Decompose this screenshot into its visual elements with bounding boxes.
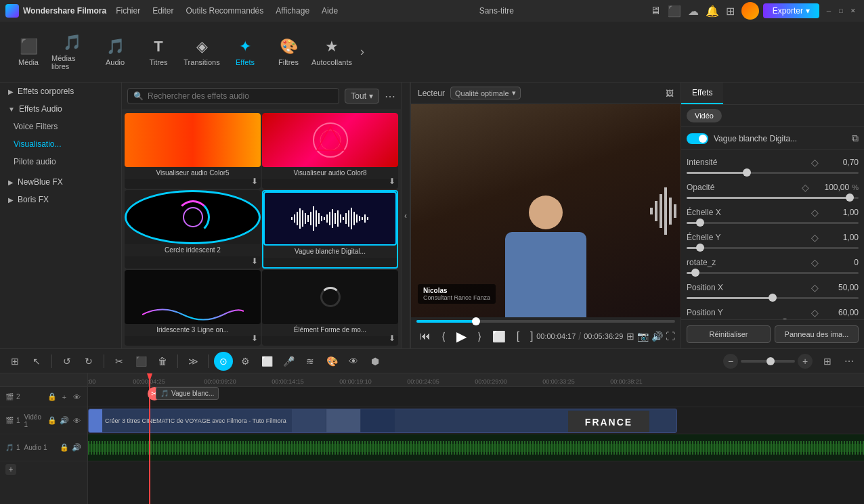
maximize-button[interactable]: □ xyxy=(836,5,846,16)
effect-item-iridescent[interactable]: ⬇ Iridescente 3 Ligne on... xyxy=(125,270,261,346)
motion-track-button[interactable]: 👁 xyxy=(344,352,363,371)
add-media-button[interactable]: ⊞ xyxy=(5,352,24,371)
delete-button[interactable]: 🗑 xyxy=(153,352,172,371)
crop-button[interactable]: ⬜ xyxy=(490,329,509,344)
toolbar-transitions[interactable]: ◈ Transitions xyxy=(181,28,222,76)
echelle-x-thumb[interactable] xyxy=(696,219,704,227)
echelle-y-keyframe-button[interactable]: ◇ xyxy=(811,232,822,243)
track1-eye-button[interactable]: 👁 xyxy=(71,415,82,426)
minimize-button[interactable]: ─ xyxy=(823,5,834,16)
progress-thumb[interactable] xyxy=(472,317,480,325)
toolbar-more-button[interactable]: › xyxy=(355,39,370,64)
ai-button[interactable]: ⬢ xyxy=(366,352,385,371)
add-track-button[interactable]: + xyxy=(5,464,16,475)
subtab-video[interactable]: Vidéo xyxy=(687,109,722,122)
volume-icon[interactable]: 🔊 xyxy=(651,331,663,342)
reinitialiser-button[interactable]: Réinitialiser xyxy=(687,325,771,343)
toolbar-media[interactable]: ⬛ Média xyxy=(8,28,49,76)
split-button[interactable]: ⬛ xyxy=(131,352,150,371)
section-effets-audio[interactable]: ▼ Effets Audio xyxy=(0,100,121,118)
search-input[interactable] xyxy=(148,91,333,101)
track1-audio-button[interactable]: 🔊 xyxy=(59,415,70,426)
zoom-slider[interactable] xyxy=(741,360,795,363)
effect-toggle[interactable] xyxy=(687,133,708,144)
left-panel-pilote-audio[interactable]: Pilote audio xyxy=(0,153,121,170)
echelle-x-slider[interactable] xyxy=(687,222,859,224)
left-panel-voice-filters[interactable]: Voice Filters xyxy=(0,118,121,135)
voice-button[interactable]: 🎤 xyxy=(279,352,298,371)
track2-eye-button[interactable]: 👁 xyxy=(71,392,82,403)
audio-detach-button[interactable]: ⊙ xyxy=(214,352,233,371)
zoom-out-button[interactable]: − xyxy=(723,354,738,369)
effect-item-viz1[interactable]: ⬇ Visualiseur audio Color5 xyxy=(125,113,261,189)
tab-effets[interactable]: Effets xyxy=(681,83,723,104)
menu-aide[interactable]: Aide xyxy=(316,5,343,17)
panneau-images-button[interactable]: Panneau des ima... xyxy=(775,325,859,343)
toolbar-filtres[interactable]: 🎨 Filtres xyxy=(268,28,309,76)
crop-video-button[interactable]: ⬜ xyxy=(257,352,276,371)
download-icon-iridescent[interactable]: ⬇ xyxy=(251,334,258,343)
panel-collapse-button[interactable]: ‹ xyxy=(401,83,410,348)
system-icon-3[interactable]: ☁ xyxy=(688,5,699,18)
opacite-keyframe-button[interactable]: ◇ xyxy=(802,182,813,193)
audio1-lock-button[interactable]: 🔒 xyxy=(59,442,70,453)
section-boris[interactable]: ▶ Boris FX xyxy=(0,191,121,208)
preview-progress-bar[interactable] xyxy=(416,320,675,323)
export-button[interactable]: Exporter ▾ xyxy=(763,3,819,18)
intensite-slider[interactable] xyxy=(687,172,859,174)
system-icon-1[interactable]: 🖥 xyxy=(650,5,661,17)
intensite-thumb[interactable] xyxy=(743,168,751,177)
fullscreen-icon[interactable]: ⛶ xyxy=(666,331,675,342)
position-y-keyframe-button[interactable]: ◇ xyxy=(811,307,822,318)
menu-editer[interactable]: Editer xyxy=(147,5,179,17)
speed-button[interactable]: ⚙ xyxy=(236,352,255,371)
zoom-in-button[interactable]: + xyxy=(798,354,813,369)
position-x-keyframe-button[interactable]: ◇ xyxy=(811,282,822,293)
track2-add-button[interactable]: + xyxy=(59,392,70,403)
snapshot-icon[interactable]: 📷 xyxy=(637,331,649,342)
in-point-button[interactable]: [ xyxy=(514,329,522,344)
toolbar-autocollants[interactable]: ★ Autocollants xyxy=(311,28,352,76)
audio1-vol-button[interactable]: 🔊 xyxy=(71,442,82,453)
color-grade-button[interactable]: 🎨 xyxy=(322,352,341,371)
close-button[interactable]: ✕ xyxy=(848,5,859,16)
track2-lock-button[interactable]: 🔒 xyxy=(47,392,58,403)
intensite-keyframe-button[interactable]: ◇ xyxy=(811,157,822,168)
grid-view-button[interactable]: ⊞ xyxy=(818,352,837,371)
video-clip-main[interactable]: Créer 3 titres CINEMATIC de VOYAGE avec … xyxy=(88,409,677,433)
play-button[interactable]: ▶ xyxy=(454,327,469,346)
rotate-z-thumb[interactable] xyxy=(691,269,699,277)
out-point-button[interactable]: ] xyxy=(527,329,536,344)
more-options-icon[interactable]: ⋯ xyxy=(385,90,395,103)
download-icon-viz8[interactable]: ⬇ xyxy=(389,177,395,186)
track1-lock-button[interactable]: 🔒 xyxy=(47,415,58,426)
select-tool-button[interactable]: ↖ xyxy=(27,352,46,371)
effect-item-circle[interactable]: ⬇ Cercle iridescent 2 xyxy=(125,190,261,269)
opacite-slider[interactable] xyxy=(687,197,859,199)
effect-item-form[interactable]: ⬇ Élément Forme de mo... xyxy=(262,270,398,346)
frame-forward-button[interactable]: ⟩ xyxy=(475,329,484,344)
search-box[interactable]: 🔍 xyxy=(127,88,339,104)
rotate-z-slider[interactable] xyxy=(687,272,859,274)
effect-item-waveform[interactable]: Vague blanche Digital... xyxy=(262,190,398,269)
opacite-thumb[interactable] xyxy=(846,193,854,202)
timeline-ruler[interactable]: 00:00 00:00:04:25 00:00:09:20 00:00:14:1… xyxy=(88,373,864,387)
download-icon-viz1[interactable]: ⬇ xyxy=(251,177,258,186)
echelle-y-thumb[interactable] xyxy=(696,244,704,252)
toolbar-titres[interactable]: T Titres xyxy=(138,28,179,76)
toolbar-audio[interactable]: 🎵 Audio xyxy=(95,28,135,76)
screenshot-icon[interactable]: 🖼 xyxy=(666,89,674,98)
timeline-settings-button[interactable]: ⋯ xyxy=(840,352,859,371)
menu-affichage[interactable]: Affichage xyxy=(270,5,315,17)
section-effets-corporels[interactable]: ▶ Effets corporels xyxy=(0,83,121,100)
effect-options-icon[interactable]: ⧉ xyxy=(852,133,859,144)
position-x-slider[interactable] xyxy=(687,297,859,299)
cut-button[interactable]: ✂ xyxy=(110,352,129,371)
position-x-thumb[interactable] xyxy=(769,294,777,302)
quality-select[interactable]: Qualité optimale ▾ xyxy=(450,87,521,99)
system-icon-4[interactable]: 🔔 xyxy=(706,5,719,18)
undo-button[interactable]: ↺ xyxy=(58,352,77,371)
rotate-z-keyframe-button[interactable]: ◇ xyxy=(811,257,822,268)
effect-item-viz8[interactable]: ⬇ Visualiseur audio Color8 xyxy=(262,113,398,189)
system-icon-5[interactable]: ⊞ xyxy=(726,5,735,18)
